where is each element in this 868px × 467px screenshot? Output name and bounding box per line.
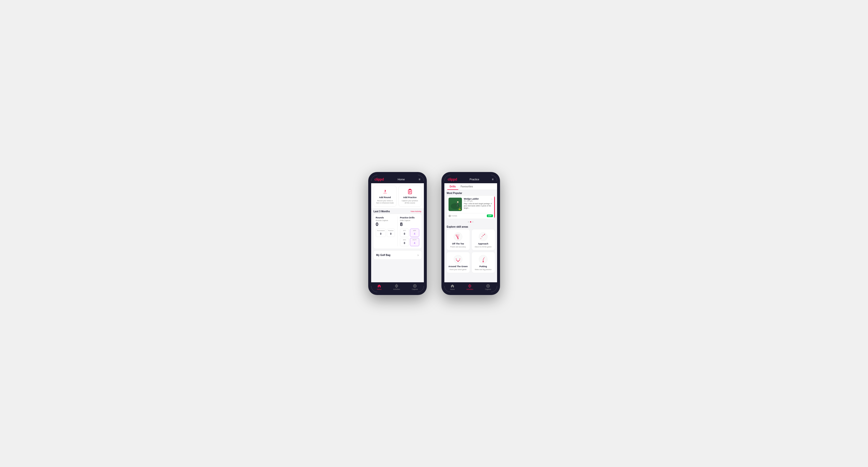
nav-home[interactable]: Home [377,284,382,290]
drill-range: 50–100 yds [464,200,479,202]
skill-around-the-green[interactable]: Around The Green Hone your short game [446,252,470,273]
ott-label: OTT [401,230,408,231]
arg-stat: ARG 0 [400,238,409,246]
featured-drill-card[interactable]: Wedge Ladder 50–100 yds ☆ Play 1 shot at… [446,195,495,219]
favourite-star-icon[interactable]: ☆ [491,198,493,201]
target-icon [448,215,451,217]
nav-activities-label: Activities [393,288,400,290]
ott-stat: OTT 0 [400,229,409,237]
add-practice-card[interactable]: Add Practice Capture your practice off-t… [399,186,422,207]
app-container: clippd Home ≡ Add Round Record your s [368,172,500,295]
tab-drills[interactable]: Drills [447,183,458,190]
practice-nav-capture[interactable]: Capture [485,284,491,290]
drills-mini-stats-bottom: ARG 0 PUTT 4 [400,238,419,246]
approach-desc: Dial-in to hit the green [475,246,492,248]
skill-off-the-tee[interactable]: Off The Tee Power and accuracy [446,229,470,250]
practice-tabs: Drills Favourites [444,183,497,190]
app-value: 4 [414,232,415,235]
svg-point-16 [457,201,459,203]
practice-nav-home-label: Home [450,288,455,290]
practice-logo: clippd [448,177,457,181]
rounds-col: Rounds Rounds Capture 0 Tournament 0 Pra… [376,216,395,246]
off-the-tee-name: Off The Tee [452,243,464,245]
practice-header: clippd Practice ≡ [444,175,497,183]
nav-activities[interactable]: Activities [393,284,400,290]
dot-3 [472,221,473,222]
approach-name: Approach [478,243,488,245]
drill-footer: 9 shots APP [446,213,495,219]
dot-2 [470,221,471,222]
stats-row: Rounds Rounds Capture 0 Tournament 0 Pra… [376,216,419,246]
putting-icon [478,255,488,264]
stats-divider [397,216,398,246]
nav-capture-label: Capture [412,288,418,290]
approach-icon-area [478,232,488,242]
home-title: Home [398,178,405,181]
add-round-card[interactable]: Add Round Record your shots in fast or e… [374,186,397,207]
practice-activities-nav-icon [468,284,472,288]
practice-content: Most Popular [444,190,497,282]
course-svg [448,198,462,211]
golf-course-visual [448,198,462,211]
skill-approach[interactable]: Approach Dial-in to hit the green [471,229,495,250]
practice-stat: Practice 0 [387,229,395,237]
phone-home: clippd Home ≡ Add Round Record your s [368,172,427,295]
svg-point-30 [479,232,487,241]
add-round-desc: Record your shots in fast or enhanced mo… [376,199,394,204]
home-menu-icon[interactable]: ≡ [418,178,420,181]
practice-home-nav-icon [451,284,454,288]
practice-nav-activities-label: Activities [467,288,473,290]
atg-desc: Hone your short game [450,269,466,270]
nav-home-label: Home [377,288,382,290]
ott-value: 0 [404,232,405,235]
svg-rect-4 [409,189,411,190]
svg-point-23 [450,216,450,216]
rounds-capture-label: Rounds Capture [376,220,395,221]
explore-label: Explore skill areas [444,224,497,229]
quick-actions-row: Add Round Record your shots in fast or e… [371,183,424,208]
golf-bag-row[interactable]: My Golf Bag › [373,250,422,259]
featured-card-inner: Wedge Ladder 50–100 yds ☆ Play 1 shot at… [446,196,495,213]
nav-capture[interactable]: Capture [412,284,418,290]
carousel-dots [444,220,497,224]
capture-nav-icon [413,284,417,288]
practice-nav-activities[interactable]: Activities [467,284,473,290]
add-practice-title: Add Practice [403,196,416,198]
practice-menu-icon[interactable]: ≡ [492,178,493,181]
putt-stat: PUTT 4 [410,238,419,246]
practice-nav-home[interactable]: Home [450,284,455,290]
practice-capture-nav-icon [486,284,490,288]
putting-desc: Make and lag practice [475,269,492,270]
add-practice-desc: Capture your practice off-the-course [401,199,419,204]
view-activity-link[interactable]: View Activity [410,210,421,213]
drills-mini-stats-top: OTT 0 APP 4 [400,229,419,237]
drill-title: Wedge Ladder [464,198,479,200]
svg-point-33 [483,235,484,236]
drills-capture-label: Drills Capture [400,220,419,221]
off-the-tee-desc: Power and accuracy [450,246,466,248]
golf-bag-chevron: › [417,253,419,257]
practice-screen: clippd Practice ≡ Drills Favourites Most… [444,175,497,292]
drill-title-row: Wedge Ladder 50–100 yds ☆ [464,198,493,203]
skill-putting[interactable]: Putting Make and lag practice [471,252,495,273]
off-the-tee-icon [454,232,463,241]
putting-name: Putting [479,265,487,268]
app-badge: APP [487,215,493,217]
shots-label: 9 shots [448,215,457,217]
drills-capture-value: 8 [400,222,419,227]
putt-label: PUTT [411,239,418,241]
putting-icon-area [478,254,488,264]
last3months-label: Last 3 Months [374,210,390,213]
svg-point-8 [396,285,397,286]
stats-card: Rounds Rounds Capture 0 Tournament 0 Pra… [373,214,422,249]
practice-drills-title: Practice Drills [400,216,419,219]
practice-title: Practice [469,178,479,181]
home-nav-icon [377,284,381,288]
tournament-label: Tournament [377,230,385,231]
putt-value: 4 [414,242,415,245]
app-stat: APP 4 [410,229,419,237]
practice-bottom-nav: Home Activities [444,282,497,292]
app-label: APP [411,230,418,231]
svg-marker-2 [385,190,386,192]
tab-favourites[interactable]: Favourites [458,183,475,190]
